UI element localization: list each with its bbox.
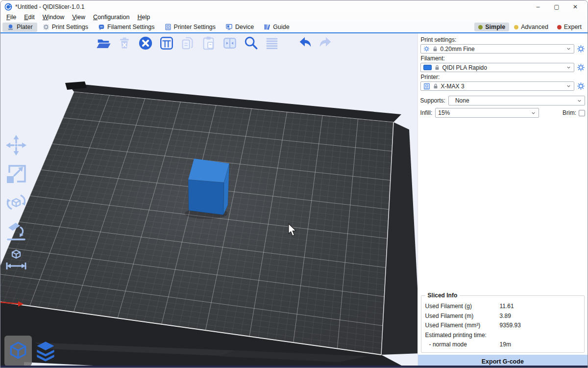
print-settings-select[interactable]: 0.20mm Fine bbox=[420, 44, 574, 53]
print-settings-value: 0.20mm Fine bbox=[441, 46, 475, 53]
minimize-button[interactable]: – bbox=[529, 1, 547, 13]
gear-icon bbox=[423, 46, 430, 52]
preview-layers-icon bbox=[35, 340, 56, 362]
paste-icon bbox=[201, 35, 217, 51]
used-filament-m-label: Used Filament (m) bbox=[425, 313, 500, 319]
measure-tool-button[interactable] bbox=[4, 247, 28, 271]
printer-value: X-MAX 3 bbox=[441, 83, 465, 90]
tab-label: Device bbox=[235, 24, 254, 30]
chevron-down-icon bbox=[566, 83, 571, 89]
mode-advanced[interactable]: Advanced bbox=[510, 23, 552, 31]
editor-view-button[interactable] bbox=[4, 336, 32, 366]
menu-bar: File Edit Window View Configuration Help bbox=[0, 13, 588, 22]
simple-mode-dot bbox=[478, 25, 483, 29]
measure-icon bbox=[4, 247, 28, 271]
title-bar: *Untitled - QIDISlicer-1.0.1 – ▢ ✕ bbox=[0, 0, 588, 13]
used-filament-m-value: 3.89 bbox=[500, 313, 580, 319]
redo-button[interactable] bbox=[317, 34, 335, 52]
redo-icon bbox=[318, 35, 334, 51]
chevron-down-icon bbox=[531, 110, 536, 116]
used-filament-g-value: 11.61 bbox=[500, 303, 580, 310]
menu-view[interactable]: View bbox=[68, 13, 89, 21]
tab-printer-settings[interactable]: Printer Settings bbox=[160, 23, 220, 31]
menu-configuration[interactable]: Configuration bbox=[89, 13, 133, 21]
3d-editor-icon bbox=[8, 341, 28, 361]
mode-label: Expert bbox=[564, 24, 582, 30]
edit-filament-button[interactable] bbox=[577, 63, 585, 72]
infill-label: Infill: bbox=[420, 109, 433, 116]
sliced-info-title: Sliced Info bbox=[425, 292, 460, 299]
build-plate-scene[interactable] bbox=[0, 33, 417, 368]
scale-icon bbox=[4, 162, 28, 185]
tab-guide[interactable]: Guide bbox=[259, 23, 294, 31]
normal-mode-label: - normal mode bbox=[425, 341, 500, 348]
arrange-button[interactable] bbox=[158, 34, 175, 52]
edit-print-settings-button[interactable] bbox=[577, 45, 585, 53]
printer-icon bbox=[423, 83, 430, 90]
undo-icon bbox=[296, 35, 313, 51]
mode-simple[interactable]: Simple bbox=[474, 23, 509, 31]
undo-button[interactable] bbox=[296, 34, 314, 52]
menu-window[interactable]: Window bbox=[39, 13, 68, 21]
settings-panel: Print settings: 0.20mm Fine Filament: QI… bbox=[417, 33, 588, 368]
sliced-info-box: Sliced Info Used Filament (g) 11.61 Used… bbox=[421, 295, 585, 353]
place-on-face-tool-button[interactable] bbox=[4, 218, 28, 243]
viewport-3d[interactable] bbox=[0, 33, 417, 368]
close-button[interactable]: ✕ bbox=[566, 1, 585, 13]
tab-plater[interactable]: Plater bbox=[2, 23, 37, 32]
printer-select[interactable]: X-MAX 3 bbox=[420, 81, 574, 91]
preview-view-button[interactable] bbox=[32, 336, 59, 366]
supports-value: None bbox=[451, 97, 469, 104]
filament-icon bbox=[98, 24, 105, 30]
paste-button[interactable] bbox=[200, 34, 218, 52]
expert-mode-dot bbox=[557, 25, 562, 29]
window-bottom-edge bbox=[0, 366, 588, 368]
maximize-button[interactable]: ▢ bbox=[547, 1, 566, 13]
move-tool-button[interactable] bbox=[4, 133, 28, 158]
search-button[interactable] bbox=[242, 34, 260, 52]
infill-value: 15% bbox=[438, 109, 450, 116]
used-filament-mm3-value: 9359.93 bbox=[500, 322, 580, 329]
scale-tool-button[interactable] bbox=[4, 161, 28, 186]
search-icon bbox=[243, 35, 259, 51]
supports-label: Supports: bbox=[420, 97, 445, 104]
rotate-tool-button[interactable] bbox=[4, 190, 28, 214]
tab-filament-settings[interactable]: Filament Settings bbox=[94, 23, 159, 31]
filament-select[interactable]: QIDI PLA Rapido bbox=[420, 63, 574, 72]
gear-icon bbox=[43, 24, 49, 30]
tab-bar: Plater Print Settings Filament Settings … bbox=[0, 22, 588, 33]
filament-color-swatch bbox=[423, 65, 432, 70]
filament-value: QIDI PLA Rapido bbox=[442, 64, 487, 71]
menu-file[interactable]: File bbox=[2, 13, 20, 21]
tab-device[interactable]: Device bbox=[221, 23, 258, 31]
tab-label: Printer Settings bbox=[174, 24, 216, 30]
tab-label: Filament Settings bbox=[107, 24, 155, 30]
tab-print-settings[interactable]: Print Settings bbox=[38, 23, 93, 31]
open-file-button[interactable] bbox=[95, 34, 112, 52]
chevron-down-icon bbox=[577, 98, 582, 104]
chevron-down-icon bbox=[566, 65, 571, 70]
print-settings-label: Print settings: bbox=[421, 36, 585, 43]
mode-label: Advanced bbox=[521, 24, 548, 30]
supports-select[interactable]: None bbox=[448, 96, 585, 105]
copy-button[interactable] bbox=[179, 34, 196, 52]
place-on-face-icon bbox=[4, 219, 28, 242]
mode-expert[interactable]: Expert bbox=[553, 23, 586, 31]
variable-layer-height-button[interactable] bbox=[263, 34, 281, 52]
used-filament-g-label: Used Filament (g) bbox=[425, 303, 500, 310]
menu-help[interactable]: Help bbox=[133, 13, 154, 21]
plater-toolbar bbox=[95, 34, 335, 52]
brim-checkbox[interactable] bbox=[579, 110, 585, 116]
copy-icon bbox=[180, 35, 196, 51]
delete-all-button[interactable] bbox=[137, 34, 154, 52]
printer-icon bbox=[165, 24, 172, 30]
edit-printer-button[interactable] bbox=[577, 82, 585, 90]
menu-edit[interactable]: Edit bbox=[20, 13, 39, 21]
brim-label: Brim: bbox=[563, 109, 576, 116]
split-view-button[interactable] bbox=[221, 34, 239, 52]
move-icon bbox=[4, 133, 28, 157]
infill-select[interactable]: 15% bbox=[435, 108, 539, 118]
open-file-icon bbox=[96, 35, 111, 51]
delete-button[interactable] bbox=[116, 34, 133, 52]
used-filament-mm3-label: Used Filament (mm³) bbox=[425, 322, 500, 329]
